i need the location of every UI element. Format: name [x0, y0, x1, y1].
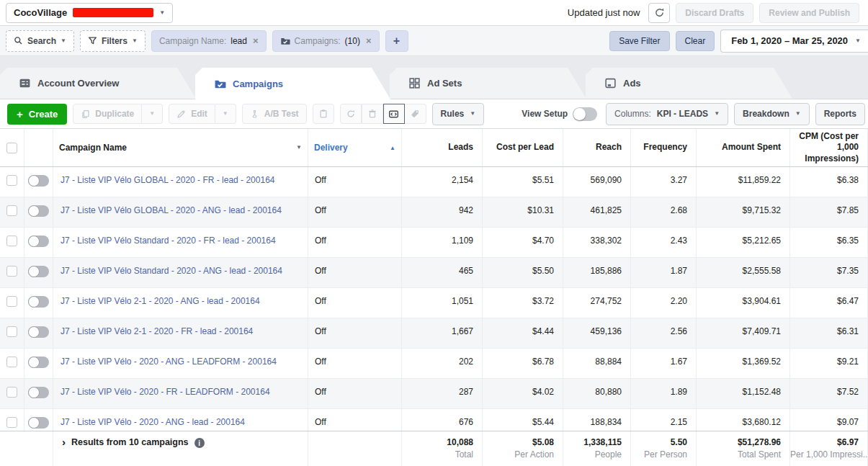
review-and-publish-button[interactable]: Review and Publish: [759, 3, 859, 23]
row-checkbox[interactable]: [6, 236, 17, 246]
row-checkbox[interactable]: [6, 417, 17, 428]
duplicate-button[interactable]: Duplicate: [73, 104, 142, 124]
breakdown-button[interactable]: Breakdown ▼: [734, 103, 810, 125]
add-filter-button[interactable]: +: [385, 30, 408, 52]
columns-button[interactable]: Columns: KPI - LEADS ▼: [606, 103, 728, 125]
info-icon[interactable]: i: [194, 438, 205, 448]
table-row: J7 - Liste VIP Vélo GLOBAL - 2020 - ANG …: [0, 197, 868, 228]
column-header-cost-per-lead[interactable]: Cost per Lead: [483, 129, 563, 166]
tab-account-overview[interactable]: Account Overview: [0, 68, 196, 99]
table-row: J7 - Liste VIP Vélo GLOBAL - 2020 - FR -…: [0, 167, 868, 197]
campaign-active-toggle[interactable]: [28, 296, 49, 308]
tab-ads[interactable]: Ads: [586, 68, 792, 99]
campaign-active-toggle[interactable]: [28, 236, 49, 247]
updated-status: Updated just now: [568, 7, 640, 18]
clear-filter-button[interactable]: Clear: [676, 31, 715, 51]
row-checkbox[interactable]: [6, 205, 17, 216]
discard-drafts-button[interactable]: Discard Drafts: [676, 3, 753, 23]
tab-ad-sets[interactable]: Ad Sets: [390, 68, 586, 99]
select-all-checkbox[interactable]: [6, 143, 17, 153]
edit-button[interactable]: Edit: [169, 104, 215, 124]
campaign-name-link[interactable]: J7 - Liste VIP Vélo Standard - 2020 - AN…: [61, 266, 282, 276]
save-filter-button[interactable]: Save Filter: [609, 31, 669, 51]
frequency-value: 1.87: [631, 258, 697, 287]
column-header-delivery[interactable]: Delivery ▲: [308, 129, 402, 166]
inspect-button[interactable]: [383, 104, 405, 124]
column-header-reach[interactable]: Reach: [563, 129, 631, 166]
frequency-value: 2.20: [631, 288, 697, 318]
rules-button[interactable]: Rules ▼: [432, 103, 485, 125]
tag-button[interactable]: [405, 104, 426, 124]
row-checkbox[interactable]: [6, 326, 17, 337]
chevron-down-icon: ▼: [470, 111, 475, 117]
campaign-active-toggle[interactable]: [28, 326, 49, 338]
campaign-name-link[interactable]: J7 - Liste VIP Vélo - 2020 - FR - LEADFO…: [61, 387, 270, 397]
leads-value: 465: [402, 258, 483, 287]
table-row: J7 - Liste VIP Vélo Standard - 2020 - FR…: [0, 228, 868, 258]
filter-funnel-icon: [88, 36, 97, 45]
reach-value: 338,302: [563, 228, 631, 257]
remove-filter-icon[interactable]: ×: [366, 35, 372, 46]
table-row: J7 - Liste VIP Vélo Standard - 2020 - AN…: [0, 258, 868, 288]
level-tabs: Account Overview Campaigns Ad Sets Ads: [0, 56, 868, 99]
table-row: J7 - Liste VIP Vélo 2-1 - 2020 - FR - le…: [0, 318, 868, 349]
date-range-selector[interactable]: Feb 1, 2020 – Mar 25, 2020 ▼: [720, 30, 868, 53]
filter-chip-campaign-name[interactable]: Campaign Name: lead ×: [151, 30, 267, 52]
create-button[interactable]: + Create: [7, 104, 67, 125]
column-header-frequency[interactable]: Frequency: [631, 129, 697, 166]
row-checkbox[interactable]: [6, 387, 17, 398]
column-header-amount-spent[interactable]: Amount Spent: [697, 129, 790, 166]
amount-spent-value: $1,369.52: [697, 349, 790, 378]
clipboard-button[interactable]: [313, 104, 334, 124]
campaign-name-link[interactable]: J7 - Liste VIP Vélo - 2020 - ANG - lead …: [61, 417, 245, 427]
campaign-active-toggle[interactable]: [28, 417, 49, 429]
clipboard-icon: [318, 109, 328, 119]
filter-chip-campaigns[interactable]: Campaigns: (10) ×: [272, 30, 380, 52]
total-cost-per-lead: $5.08Per Action: [483, 431, 563, 466]
chevron-down-icon: ▼: [61, 38, 66, 44]
campaign-name-link[interactable]: J7 - Liste VIP Vélo GLOBAL - 2020 - FR -…: [61, 175, 275, 185]
trash-icon: [367, 109, 377, 119]
expand-results-icon[interactable]: ›: [62, 437, 66, 447]
ab-test-button[interactable]: A/B Test: [242, 104, 307, 124]
campaign-active-toggle[interactable]: [28, 266, 49, 277]
edit-dropdown[interactable]: ▼: [215, 104, 236, 124]
campaign-name-link[interactable]: J7 - Liste VIP Vélo 2-1 - 2020 - ANG - l…: [61, 296, 260, 306]
campaign-active-toggle[interactable]: [28, 205, 49, 217]
column-header-campaign-name[interactable]: Campaign Name ▼: [53, 129, 308, 166]
campaign-active-toggle[interactable]: [28, 175, 49, 187]
plus-icon: +: [17, 108, 23, 120]
campaign-name-link[interactable]: J7 - Liste VIP Vélo - 2020 - ANG - LEADF…: [61, 357, 277, 367]
account-selector[interactable]: CocoVillage ▼: [6, 3, 173, 23]
row-checkbox[interactable]: [6, 175, 17, 186]
inspect-icon: [388, 109, 399, 120]
table-body: J7 - Liste VIP Vélo GLOBAL - 2020 - FR -…: [0, 167, 868, 431]
campaign-active-toggle[interactable]: [28, 387, 49, 398]
reach-value: 569,090: [563, 167, 631, 197]
tab-campaigns[interactable]: Campaigns: [195, 68, 390, 99]
history-button[interactable]: [340, 104, 362, 124]
row-checkbox[interactable]: [6, 296, 17, 307]
row-checkbox[interactable]: [6, 266, 17, 277]
remove-filter-icon[interactable]: ×: [253, 35, 259, 46]
chevron-down-icon: ▼: [159, 10, 165, 16]
delete-button[interactable]: [362, 104, 383, 124]
table-row: J7 - Liste VIP Vélo - 2020 - ANG - lead …: [0, 409, 868, 431]
chevron-down-icon: ▼: [795, 111, 801, 117]
redacted-account-id: [73, 8, 153, 17]
reports-button[interactable]: Reports: [815, 103, 865, 125]
filters-button[interactable]: Filters ▼: [80, 30, 146, 52]
campaign-name-link[interactable]: J7 - Liste VIP Vélo Standard - 2020 - FR…: [61, 236, 276, 246]
leads-value: 2,154: [402, 167, 483, 197]
view-setup-toggle[interactable]: [573, 107, 597, 121]
search-button[interactable]: Search ▼: [6, 30, 74, 52]
row-checkbox[interactable]: [6, 357, 17, 367]
refresh-button[interactable]: [648, 3, 670, 23]
account-overview-icon: [19, 77, 31, 89]
campaign-name-link[interactable]: J7 - Liste VIP Vélo 2-1 - 2020 - FR - le…: [61, 326, 253, 336]
column-header-leads[interactable]: Leads: [402, 129, 483, 166]
duplicate-dropdown[interactable]: ▼: [142, 104, 163, 124]
column-header-cpm[interactable]: CPM (Cost per 1,000 Impressions): [790, 129, 868, 166]
campaign-active-toggle[interactable]: [28, 357, 49, 368]
campaign-name-link[interactable]: J7 - Liste VIP Vélo GLOBAL - 2020 - ANG …: [61, 205, 282, 215]
